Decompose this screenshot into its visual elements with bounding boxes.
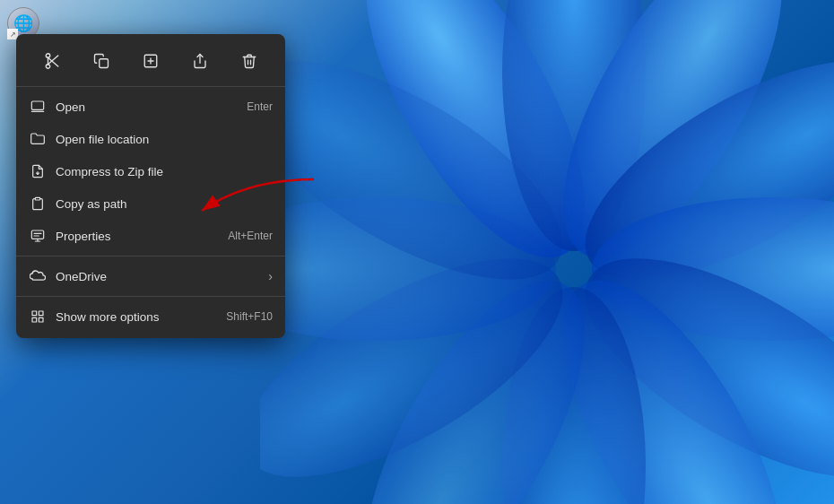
svg-rect-33 [39,317,43,322]
svg-rect-32 [32,317,37,322]
file-location-icon [29,130,47,148]
show-more-shortcut: Shift+F10 [226,310,273,323]
svg-rect-21 [31,101,43,109]
onedrive-arrow: › [268,269,273,283]
properties-icon [29,227,47,245]
menu-item-open-file-location[interactable]: Open file location [16,123,285,155]
context-menu: Open Enter Open file location Compress t… [16,34,285,338]
show-more-label: Show more options [56,310,226,324]
menu-item-copy-as-path[interactable]: Copy as path [16,187,285,220]
copy-button[interactable] [85,45,117,77]
share-button[interactable] [184,45,216,77]
open-file-location-label: Open file location [56,133,273,146]
copy-as-path-label: Copy as path [56,197,273,211]
properties-shortcut: Alt+Enter [228,230,273,242]
menu-item-properties[interactable]: Properties Alt+Enter [16,220,285,252]
properties-label: Properties [56,230,228,243]
svg-point-13 [46,65,50,69]
compress-icon [29,162,47,180]
menu-item-onedrive[interactable]: OneDrive › [16,260,285,292]
svg-rect-25 [31,230,43,239]
compress-label: Compress to Zip file [56,165,273,178]
rename-button[interactable] [135,45,167,77]
show-more-icon [29,308,47,326]
menu-divider-1 [16,256,285,256]
onedrive-icon [29,267,47,285]
svg-rect-24 [35,197,39,200]
desktop: 🌐 ↗ [0,0,834,504]
open-label: Open [56,100,247,114]
menu-item-compress[interactable]: Compress to Zip file [16,155,285,187]
copy-path-icon [29,195,47,213]
svg-rect-30 [32,311,37,316]
menu-item-show-more[interactable]: Show more options Shift+F10 [16,300,285,333]
open-shortcut: Enter [247,100,273,113]
menu-item-open[interactable]: Open Enter [16,91,285,123]
delete-button[interactable] [233,45,265,77]
menu-divider-2 [16,296,285,297]
menu-toolbar [16,39,285,87]
svg-rect-18 [100,59,109,68]
cut-button[interactable] [36,45,68,77]
open-icon [29,98,47,116]
svg-rect-31 [39,311,43,316]
bloom-decoration [260,0,834,504]
onedrive-label: OneDrive [56,270,268,283]
